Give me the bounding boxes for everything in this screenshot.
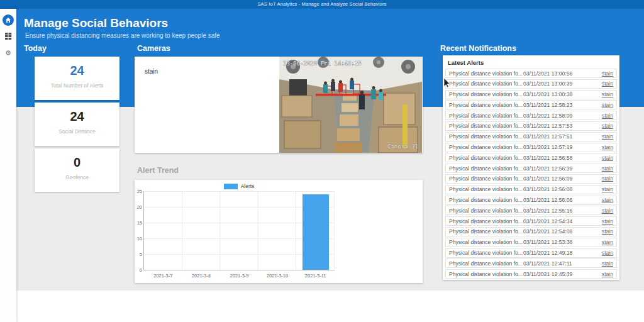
alert-camera-link[interactable]: stain bbox=[602, 133, 613, 140]
alert-timestamp: 03/11/2021 12:58:09 bbox=[523, 113, 585, 119]
alert-camera-link[interactable]: stain bbox=[602, 123, 613, 129]
alert-message: Physical distance violation fo... bbox=[449, 80, 523, 87]
alert-timestamp: 03/11/2021 13:00:56 bbox=[523, 70, 585, 77]
alert-camera-link[interactable]: stain bbox=[602, 250, 613, 256]
sidebar-item-reports[interactable] bbox=[2, 30, 14, 43]
total-alerts-value: 24 bbox=[35, 64, 119, 78]
y-axis-tick: 0 bbox=[133, 267, 142, 273]
alert-row[interactable]: Physical distance violation fo...03/11/2… bbox=[445, 206, 617, 215]
alert-row[interactable]: Physical distance violation fo...03/11/2… bbox=[445, 153, 617, 162]
alert-camera-link[interactable]: stain bbox=[602, 102, 613, 108]
gear-icon: ⚙ bbox=[5, 50, 11, 57]
alerts-list: Physical distance violation fo...03/11/2… bbox=[445, 69, 617, 280]
alert-message: Physical distance violation fo... bbox=[449, 102, 523, 108]
geofence-label: Geofence bbox=[35, 174, 119, 180]
alert-message: Physical distance violation fo... bbox=[449, 113, 523, 119]
alert-camera-link[interactable]: stain bbox=[602, 155, 613, 161]
alert-row[interactable]: Physical distance violation fo...03/11/2… bbox=[445, 143, 617, 152]
social-distance-label: Social Distance bbox=[35, 128, 119, 135]
alert-message: Physical distance violation fo... bbox=[449, 165, 523, 172]
alert-timestamp: 03/11/2021 12:45:39 bbox=[523, 271, 585, 277]
alert-camera-link[interactable]: stain bbox=[602, 186, 613, 192]
alert-camera-link[interactable]: stain bbox=[602, 260, 613, 267]
chart-legend: Alerts bbox=[143, 183, 335, 189]
alert-row[interactable]: Physical distance violation fo...03/11/2… bbox=[445, 238, 617, 247]
y-axis-tick: 20 bbox=[133, 204, 142, 210]
alert-camera-link[interactable]: stain bbox=[602, 70, 613, 77]
cameras-heading: Cameras bbox=[137, 44, 170, 53]
cameras-panel: stain bbox=[135, 57, 423, 153]
alert-camera-link[interactable]: stain bbox=[602, 239, 613, 245]
social-distance-value: 24 bbox=[35, 109, 119, 124]
alert-row[interactable]: Physical distance violation fo...03/11/2… bbox=[445, 248, 617, 258]
alert-timestamp: 03/11/2021 12:56:08 bbox=[523, 186, 585, 192]
alert-row[interactable]: Physical distance violation fo...03/11/2… bbox=[445, 258, 617, 268]
alert-timestamp: 03/11/2021 12:56:58 bbox=[523, 155, 585, 161]
alert-camera-link[interactable]: stain bbox=[602, 91, 613, 97]
alert-camera-link[interactable]: stain bbox=[602, 80, 613, 87]
alert-message: Physical distance violation fo... bbox=[449, 70, 523, 77]
camera-id-overlay: Camera 31 bbox=[387, 143, 418, 150]
alert-camera-link[interactable]: stain bbox=[602, 165, 613, 172]
alert-row[interactable]: Physical distance violation fo...03/11/2… bbox=[445, 174, 617, 184]
chart-column bbox=[144, 191, 182, 270]
x-axis-tick: 2021-3-9 bbox=[220, 273, 258, 279]
legend-label-alerts: Alerts bbox=[241, 183, 255, 189]
alert-row[interactable]: Physical distance violation fo...03/11/2… bbox=[445, 100, 617, 109]
y-axis-tick: 15 bbox=[133, 220, 142, 226]
sidebar-item-home[interactable] bbox=[2, 14, 14, 26]
alert-trend-chart: Alerts 05101520252021-3-72021-3-82021-3-… bbox=[135, 180, 423, 283]
chart-bar-2021-3-11 bbox=[303, 194, 329, 270]
camera-name-label[interactable]: stain bbox=[145, 68, 158, 75]
geofence-value: 0 bbox=[35, 155, 119, 170]
camera-feed-image[interactable]: 13-06-2020 Fri 14:43:25 Camera 31 bbox=[279, 57, 422, 153]
y-axis-tick: 25 bbox=[133, 189, 142, 194]
home-icon bbox=[3, 14, 14, 26]
alert-row[interactable]: Physical distance violation fo...03/11/2… bbox=[445, 121, 617, 131]
alert-row[interactable]: Physical distance violation fo...03/11/2… bbox=[445, 69, 617, 78]
alert-camera-link[interactable]: stain bbox=[602, 144, 613, 150]
alert-row[interactable]: Physical distance violation fo...03/11/2… bbox=[445, 196, 617, 205]
alert-message: Physical distance violation fo... bbox=[449, 133, 523, 140]
alert-message: Physical distance violation fo... bbox=[449, 250, 523, 256]
alert-timestamp: 03/11/2021 12:56:39 bbox=[523, 165, 585, 172]
sidebar-item-settings[interactable]: ⚙ bbox=[2, 47, 14, 59]
grid-icon bbox=[5, 31, 12, 42]
window-title: SAS IoT Analytics - Manage and Analyze S… bbox=[0, 0, 644, 9]
alert-timestamp: 03/11/2021 12:56:06 bbox=[523, 197, 585, 203]
alert-message: Physical distance violation fo... bbox=[449, 144, 523, 150]
alert-timestamp: 03/11/2021 12:47:11 bbox=[523, 260, 585, 267]
alert-camera-link[interactable]: stain bbox=[602, 197, 613, 203]
alert-row[interactable]: Physical distance violation fo...03/11/2… bbox=[445, 132, 617, 142]
alert-timestamp: 03/11/2021 13:00:38 bbox=[523, 91, 585, 97]
alert-timestamp: 03/11/2021 12:54:08 bbox=[523, 228, 585, 235]
alert-row[interactable]: Physical distance violation fo...03/11/2… bbox=[445, 185, 617, 194]
chart-column bbox=[220, 191, 258, 270]
app-root: SAS IoT Analytics - Manage and Analyze S… bbox=[0, 0, 644, 322]
alert-timestamp: 03/11/2021 12:55:16 bbox=[523, 208, 585, 214]
alert-camera-link[interactable]: stain bbox=[602, 218, 613, 225]
alert-message: Physical distance violation fo... bbox=[449, 218, 523, 225]
latest-alerts-title: Latest Alerts bbox=[448, 59, 484, 66]
alert-row[interactable]: Physical distance violation fo...03/11/2… bbox=[445, 227, 617, 236]
alert-row[interactable]: Physical distance violation fo...03/11/2… bbox=[445, 269, 617, 279]
legend-swatch-alerts bbox=[224, 184, 238, 189]
alert-row[interactable]: Physical distance violation fo...03/11/2… bbox=[445, 216, 617, 226]
alert-row[interactable]: Physical distance violation fo...03/11/2… bbox=[445, 79, 617, 89]
total-alerts-label: Total Number of Alerts bbox=[35, 82, 119, 89]
alert-row[interactable]: Physical distance violation fo...03/11/2… bbox=[445, 111, 617, 120]
chart-column bbox=[258, 191, 297, 270]
alert-camera-link[interactable]: stain bbox=[602, 228, 613, 235]
alert-message: Physical distance violation fo... bbox=[449, 208, 523, 214]
notifications-heading: Recent Notifications bbox=[440, 44, 516, 53]
alert-camera-link[interactable]: stain bbox=[602, 113, 613, 119]
page-title: Manage Social Behaviors bbox=[24, 16, 168, 30]
alert-camera-link[interactable]: stain bbox=[602, 175, 613, 182]
alert-message: Physical distance violation fo... bbox=[449, 260, 523, 267]
alert-camera-link[interactable]: stain bbox=[602, 208, 613, 214]
alert-row[interactable]: Physical distance violation fo...03/11/2… bbox=[445, 164, 617, 173]
alert-camera-link[interactable]: stain bbox=[602, 271, 613, 277]
page-subtitle: Ensure physical distancing measures are … bbox=[25, 32, 220, 39]
alert-row[interactable]: Physical distance violation fo...03/11/2… bbox=[445, 90, 617, 99]
alert-timestamp: 03/11/2021 12:53:38 bbox=[523, 239, 585, 245]
